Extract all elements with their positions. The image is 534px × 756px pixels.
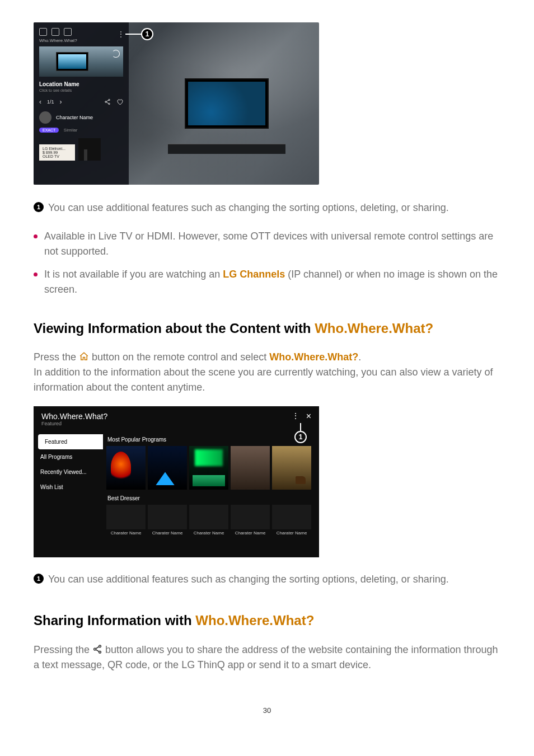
product-price: $ 899.99 <box>43 151 72 154</box>
note-item: Available in Live TV or HDMI. However, s… <box>34 229 500 259</box>
share-icon <box>104 98 111 105</box>
numbered-item-1-text: You can use additional features such as … <box>48 200 449 215</box>
tv-console <box>168 144 285 154</box>
numbered-item-2-text: You can use additional features such as … <box>48 572 449 587</box>
panel-top-icons <box>39 28 123 36</box>
paragraph-sharing-info: Pressing the button allows you to share … <box>34 642 500 673</box>
svg-line-8 <box>96 646 99 649</box>
product-type: OLED TV <box>43 154 72 158</box>
figure-who-where-what-app: Who.Where.What? Featured ⋮ × 1 Featured … <box>34 406 319 557</box>
product-row: LG Eletroni... $ 899.99 OLED TV <box>39 138 123 161</box>
character-name-label: Character Name <box>56 115 93 120</box>
next-chevron-icon: › <box>60 98 62 106</box>
callout-number: 1 <box>141 28 153 40</box>
heading2-plain: Sharing Information with <box>34 613 195 628</box>
f2-sidebar: Featured All Programs Recently Viewed...… <box>34 431 103 541</box>
close-icon: × <box>306 412 311 421</box>
info-panel: Who.Where.What? Location Name Click to s… <box>34 22 129 185</box>
character-label: Charater Name <box>277 530 307 536</box>
popular-thumbs <box>106 446 311 490</box>
best-dresser-thumbs: Charater Name Charater Name Charater Nam… <box>106 505 311 536</box>
kebab-icon: ⋮ <box>292 412 298 420</box>
panel-thumbnail <box>39 46 123 77</box>
figure-who-where-what-overlay: Who.Where.What? Location Name Click to s… <box>34 22 319 185</box>
person-icon <box>39 28 47 36</box>
note-2-text: It is not available if you are watching … <box>44 267 500 297</box>
f2-title: Who.Where.What? <box>41 412 107 421</box>
bullet-icon <box>34 234 38 238</box>
home-icon <box>79 351 89 361</box>
callout-1: ⋮ 1 <box>118 28 153 40</box>
para1-d: . <box>358 351 361 363</box>
note-2-a: It is not available if you are watching … <box>44 269 223 280</box>
character-card: Charater Name <box>231 505 270 536</box>
para1-a: Press the <box>34 351 79 363</box>
product-card: LG Eletroni... $ 899.99 OLED TV <box>39 144 75 161</box>
tab-recently-viewed: Recently Viewed... <box>34 464 103 480</box>
character-label: Charater Name <box>194 530 224 536</box>
f2-main: Most Popular Programs Best Dresser Chara… <box>103 431 319 541</box>
prev-chevron-icon: ‹ <box>39 98 41 106</box>
f2-subtitle: Featured <box>41 421 107 426</box>
character-card: Charater Name <box>272 505 311 536</box>
svg-line-4 <box>106 102 109 104</box>
tab-wish-list: Wish List <box>34 480 103 495</box>
para2-a: Pressing the <box>34 644 92 655</box>
lg-channels-label: LG Channels <box>223 269 285 280</box>
heading-orange: Who.Where.What? <box>315 321 433 336</box>
program-thumb <box>231 446 270 490</box>
numbered-item-2: 1 You can use additional features such a… <box>34 572 500 587</box>
notes-list: Available in Live TV or HDMI. However, s… <box>34 229 500 297</box>
para2-b: button allows you to share the address o… <box>34 644 498 670</box>
svg-line-9 <box>96 650 99 652</box>
refresh-icon <box>112 50 120 58</box>
similar-label: Similar <box>64 128 77 133</box>
heart-icon <box>116 98 123 105</box>
share-icon <box>92 644 102 654</box>
who-where-what-label: Who.Where.What? <box>269 351 358 363</box>
tab-all-programs: All Programs <box>34 449 103 464</box>
avatar <box>39 111 51 124</box>
svg-line-3 <box>106 100 109 102</box>
heading-plain: Viewing Information about the Content wi… <box>34 321 315 336</box>
paragraph-viewing-info: Press the button on the remote control a… <box>34 350 500 395</box>
counter: 1/1 <box>47 99 54 105</box>
heading-sharing-info: Sharing Information with Who.Where.What? <box>34 612 500 630</box>
character-label: Charater Name <box>235 530 266 536</box>
para1-b: button on the remote control and select <box>92 351 269 363</box>
callout-1: 1 <box>294 423 307 443</box>
character-card: Charater Name <box>148 505 187 536</box>
tab-featured: Featured <box>38 434 103 449</box>
location-icon <box>64 28 72 36</box>
character-card: Charater Name <box>106 505 146 536</box>
character-label: Charater Name <box>152 530 183 536</box>
row-title-popular: Most Popular Programs <box>107 436 311 443</box>
f2-header: Who.Where.What? Featured ⋮ × <box>34 406 319 428</box>
character-label: Charater Name <box>111 530 142 536</box>
note-item: It is not available if you are watching … <box>34 267 500 297</box>
page-number: 30 <box>34 706 500 715</box>
callout-number: 1 <box>294 431 307 443</box>
location-name-label: Location Name <box>39 81 123 87</box>
step-number-icon: 1 <box>34 202 44 212</box>
location-sub-label: Click to see details <box>39 88 123 92</box>
product-image <box>78 138 101 161</box>
tag-icon <box>51 28 59 36</box>
product-name: LG Eletroni... <box>43 147 72 151</box>
row-title-best-dresser: Best Dresser <box>107 495 311 501</box>
numbered-item-1: 1 You can use additional features such a… <box>34 200 500 215</box>
para1-e: In addition to the information about the… <box>34 367 493 393</box>
bullet-icon <box>34 273 38 276</box>
program-thumb <box>148 446 187 490</box>
heading2-orange: Who.Where.What? <box>195 613 314 628</box>
program-thumb <box>189 446 228 490</box>
note-1-text: Available in Live TV or HDMI. However, s… <box>44 229 500 259</box>
wall-tv <box>185 78 269 129</box>
step-number-icon: 1 <box>34 574 44 584</box>
character-card: Charater Name <box>189 505 228 536</box>
exact-badge: EXACT <box>39 128 59 133</box>
thumbnail-tv <box>56 52 88 71</box>
character-row: Character Name <box>39 111 123 124</box>
program-thumb <box>272 446 311 490</box>
program-thumb <box>106 446 146 490</box>
